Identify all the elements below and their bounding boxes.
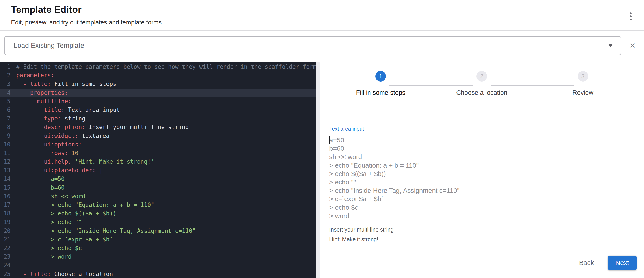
clear-template-button[interactable]: ✕ (628, 41, 637, 50)
line-number: 21 (0, 235, 10, 244)
line-content: b=60 (10, 184, 64, 192)
line-content: title: Text area input (10, 106, 120, 114)
step-1-label: Fill in some steps (330, 89, 431, 96)
code-line-2[interactable]: 2parameters: (0, 71, 316, 80)
preview-panel: 1 Fill in some steps 2 Choose a location… (320, 62, 644, 278)
line-content: - title: Choose a location (10, 270, 113, 278)
close-icon: ✕ (630, 41, 636, 50)
code-line-5[interactable]: 5 multiline: (0, 97, 316, 106)
line-content: multiline: (10, 97, 72, 106)
code-line-4[interactable]: 4 properties: (0, 89, 316, 97)
text-cursor (329, 136, 330, 144)
line-content: # Edit the template parameters below to … (10, 62, 316, 71)
code-line-20[interactable]: 20 > echo "Inside Here Tag, Assignment c… (0, 227, 316, 235)
input-focused-underline (329, 221, 638, 221)
stepper: 1 Fill in some steps 2 Choose a location… (320, 62, 644, 96)
code-line-10[interactable]: 10 ui:options: (0, 140, 316, 149)
line-number: 3 (0, 80, 10, 88)
line-number: 14 (0, 175, 10, 183)
step-connector (390, 85, 473, 86)
line-number: 15 (0, 184, 10, 192)
code-line-22[interactable]: 22 > echo $c (0, 244, 316, 253)
code-line-25[interactable]: 25 - title: Choose a location (0, 270, 316, 278)
line-content (10, 261, 16, 270)
line-content: ui:options: (10, 140, 82, 149)
line-content: sh << word (10, 192, 85, 201)
code-line-14[interactable]: 14 a=50 (0, 175, 316, 183)
line-number: 24 (0, 261, 10, 270)
code-line-19[interactable]: 19 > echo "" (0, 218, 316, 227)
code-line-9[interactable]: 9 ui:widget: textarea (0, 132, 316, 140)
code-line-24[interactable]: 24 (0, 261, 316, 270)
step-choose-a-location: 2 Choose a location (431, 71, 532, 96)
line-number: 2 (0, 71, 10, 80)
code-line-12[interactable]: 12 ui:help: 'Hint: Make it strong!' (0, 158, 316, 166)
step-3-icon: 3 (578, 71, 588, 81)
load-template-placeholder: Load Existing Template (14, 42, 608, 49)
page-subtitle: Edit, preview, and try out templates and… (11, 19, 633, 26)
next-button[interactable]: Next (608, 256, 636, 270)
step-connector (490, 85, 574, 86)
line-content: description: Insert your multi line stri… (10, 123, 189, 132)
code-line-3[interactable]: 3 - title: Fill in some steps (0, 80, 316, 88)
line-content: > c=`expr $a + $b` (10, 235, 113, 244)
code-line-6[interactable]: 6 title: Text area input (0, 106, 316, 114)
textarea-wrap (329, 136, 638, 220)
line-content: ui:widget: textarea (10, 132, 110, 140)
wizard-actions: Back Next (576, 256, 636, 270)
code-editor[interactable]: 1# Edit the template parameters below to… (0, 62, 316, 278)
panel-resize-divider[interactable] (316, 62, 320, 278)
load-template-select[interactable]: Load Existing Template (4, 36, 621, 55)
line-number: 18 (0, 209, 10, 218)
line-content: > echo "Inside Here Tag, Assignment c=11… (10, 227, 196, 235)
line-number: 8 (0, 123, 10, 132)
line-number: 20 (0, 227, 10, 235)
line-number: 4 (0, 89, 10, 97)
step-3-label: Review (532, 89, 634, 96)
code-line-13[interactable]: 13 ui:placeholder: | (0, 166, 316, 175)
code-line-18[interactable]: 18 > echo $(($a + $b)) (0, 209, 316, 218)
code-line-16[interactable]: 16 sh << word (0, 192, 316, 201)
line-content: > word (10, 253, 72, 261)
code-line-15[interactable]: 15 b=60 (0, 184, 316, 192)
code-line-8[interactable]: 8 description: Insert your multi line st… (0, 123, 316, 132)
field-description: Insert your multi line string (329, 226, 638, 233)
step-review: 3 Review (532, 71, 634, 96)
line-content: a=50 (10, 175, 64, 183)
line-number: 12 (0, 158, 10, 166)
line-number: 17 (0, 201, 10, 209)
line-number: 23 (0, 253, 10, 261)
line-number: 10 (0, 140, 10, 149)
line-number: 19 (0, 218, 10, 227)
line-number: 1 (0, 62, 10, 71)
step-2-label: Choose a location (431, 89, 532, 96)
code-lines: 1# Edit the template parameters below to… (0, 62, 316, 278)
code-line-11[interactable]: 11 rows: 10 (0, 149, 316, 158)
line-content: properties: (10, 89, 68, 97)
code-line-7[interactable]: 7 type: string (0, 114, 316, 123)
code-line-23[interactable]: 23 > word (0, 253, 316, 261)
line-number: 5 (0, 97, 10, 106)
line-content: type: string (10, 114, 85, 123)
line-content: - title: Fill in some steps (10, 80, 116, 88)
line-number: 11 (0, 149, 10, 158)
line-number: 25 (0, 270, 10, 278)
kebab-icon (630, 12, 632, 14)
line-content: > echo $c (10, 244, 82, 253)
step-1-icon: 1 (375, 71, 386, 81)
line-content: ui:help: 'Hint: Make it strong!' (10, 158, 154, 166)
line-content: rows: 10 (10, 149, 78, 158)
more-options-button[interactable] (628, 10, 634, 22)
code-line-17[interactable]: 17 > echo "Equation: a + b = 110" (0, 201, 316, 209)
code-line-21[interactable]: 21 > c=`expr $a + $b` (0, 235, 316, 244)
main-split: 1# Edit the template parameters below to… (0, 62, 644, 278)
line-content: parameters: (10, 71, 54, 80)
multiline-textarea[interactable] (329, 136, 638, 220)
line-number: 9 (0, 132, 10, 140)
code-line-1[interactable]: 1# Edit the template parameters below to… (0, 62, 316, 71)
step-2-icon: 2 (476, 71, 487, 81)
line-content: ui:placeholder: | (10, 166, 102, 175)
template-form: Text area input Insert your multi line s… (320, 126, 644, 243)
back-button[interactable]: Back (576, 257, 598, 269)
template-selector-row: Load Existing Template ✕ (0, 31, 644, 62)
